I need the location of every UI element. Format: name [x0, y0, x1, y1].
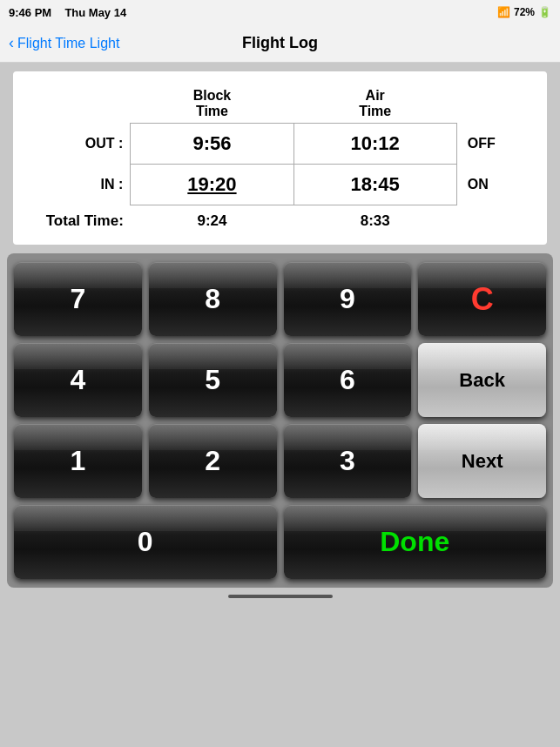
home-indicator [0, 588, 560, 602]
clear-label: C [471, 281, 494, 318]
in-air-time[interactable]: 18:45 [293, 165, 456, 205]
back-label-numpad: Back [459, 369, 505, 392]
back-label: Flight Time Light [17, 36, 119, 51]
battery-display: 72% [514, 6, 535, 18]
page-title: Flight Log [242, 34, 318, 52]
numpad-area: 7 8 9 C 4 5 6 Back 1 2 3 Next 0 Done [7, 253, 553, 588]
back-button[interactable]: ‹Flight Time Light [9, 34, 119, 52]
out-block-time[interactable]: 9:56 [131, 124, 293, 165]
flight-table: BlockTime AirTime OUT : 9:56 10:12 OFF I… [22, 84, 538, 232]
key-4[interactable]: 4 [14, 343, 142, 417]
key-6[interactable]: 6 [284, 343, 412, 417]
out-air-time[interactable]: 10:12 [293, 124, 456, 165]
key-9[interactable]: 9 [284, 262, 412, 336]
battery-icon: 🔋 [538, 6, 551, 18]
home-bar [228, 595, 333, 598]
in-label: IN : [22, 165, 131, 205]
in-block-time[interactable]: 19:20 [131, 165, 293, 205]
air-time-header: AirTime [293, 84, 456, 124]
out-label: OUT : [22, 124, 131, 165]
status-time: 9:46 PM Thu May 14 [9, 6, 126, 19]
total-air: 8:33 [293, 205, 456, 232]
block-time-header: BlockTime [131, 84, 293, 124]
back-button-numpad[interactable]: Back [418, 343, 546, 417]
next-label: Next [462, 450, 503, 473]
clear-button[interactable]: C [418, 262, 546, 336]
key-5[interactable]: 5 [149, 343, 277, 417]
nav-bar: ‹Flight Time Light Flight Log [0, 24, 560, 63]
key-2[interactable]: 2 [149, 424, 277, 498]
on-label: ON [456, 165, 538, 205]
next-button[interactable]: Next [418, 424, 546, 498]
off-label: OFF [456, 124, 538, 165]
flight-log-container: BlockTime AirTime OUT : 9:56 10:12 OFF I… [13, 71, 547, 245]
key-3[interactable]: 3 [284, 424, 412, 498]
wifi-icon: 📶 [497, 6, 510, 18]
total-label: Total Time: [22, 205, 131, 232]
key-7[interactable]: 7 [14, 262, 142, 336]
key-1[interactable]: 1 [14, 424, 142, 498]
status-icons: 📶 72% 🔋 [497, 6, 551, 18]
done-label: Done [380, 526, 449, 558]
time-display: 9:46 PM [9, 6, 51, 19]
key-8[interactable]: 8 [149, 262, 277, 336]
total-block: 9:24 [131, 205, 293, 232]
numpad-grid: 7 8 9 C 4 5 6 Back 1 2 3 Next 0 Done [14, 262, 546, 579]
date-display: Thu May 14 [64, 6, 126, 19]
key-0[interactable]: 0 [14, 505, 277, 579]
status-bar: 9:46 PM Thu May 14 📶 72% 🔋 [0, 0, 560, 24]
done-button[interactable]: Done [284, 505, 547, 579]
